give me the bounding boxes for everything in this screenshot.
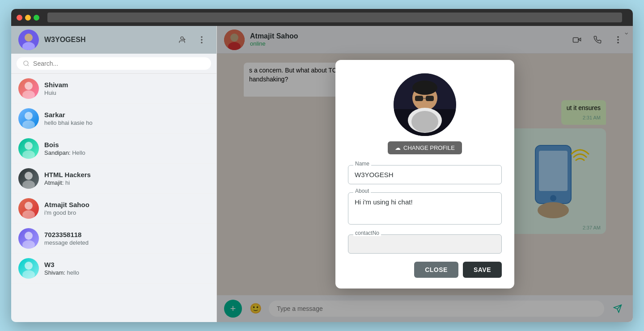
contact-item-atmajit[interactable]: Atmajit Sahoo i'm good bro bbox=[11, 194, 216, 224]
contact-preview: Huiu bbox=[44, 89, 209, 96]
modal-overlay: ☁ CHANGE PROFILE Name About contactNo bbox=[217, 26, 633, 322]
svg-point-7 bbox=[201, 39, 203, 41]
svg-point-15 bbox=[25, 112, 33, 120]
search-icon bbox=[23, 60, 30, 67]
contact-name: 7023358118 bbox=[44, 231, 209, 238]
contact-item-shivam[interactable]: Shivam Huiu bbox=[11, 74, 216, 104]
svg-point-8 bbox=[201, 42, 203, 44]
contact-input[interactable] bbox=[348, 234, 502, 254]
svg-point-24 bbox=[25, 202, 33, 210]
close-button[interactable]: CLOSE bbox=[414, 262, 458, 278]
about-input[interactable] bbox=[348, 192, 502, 225]
svg-point-30 bbox=[25, 262, 33, 270]
contact-preview: i'm good bro bbox=[44, 209, 209, 216]
contact-avatar bbox=[18, 138, 39, 159]
contact-avatar bbox=[18, 258, 39, 279]
sidebar: W3YOGESH bbox=[11, 26, 217, 322]
change-profile-btn[interactable]: ☁ CHANGE PROFILE bbox=[388, 141, 462, 154]
sidebar-header-left: W3YOGESH bbox=[18, 30, 85, 50]
about-label: About bbox=[353, 188, 371, 194]
contact-item-w3[interactable]: W3 Shivam: hello bbox=[11, 254, 216, 284]
chat-area: Atmajit Sahoo online bbox=[217, 26, 633, 322]
contact-preview: Sandipan: Hello bbox=[44, 149, 209, 156]
mac-maximize-btn[interactable] bbox=[34, 15, 39, 21]
modal-actions: CLOSE SAVE bbox=[348, 262, 502, 278]
svg-point-21 bbox=[25, 172, 33, 180]
contact-info: Sarkar hello bhai kasie ho bbox=[44, 111, 209, 126]
svg-point-6 bbox=[201, 36, 203, 38]
modal-avatar bbox=[394, 73, 456, 136]
svg-point-27 bbox=[25, 232, 33, 240]
mac-close-btn[interactable] bbox=[17, 15, 22, 21]
save-button[interactable]: SAVE bbox=[463, 262, 502, 278]
contact-avatar bbox=[18, 108, 39, 129]
upload-icon: ☁ bbox=[395, 144, 401, 151]
name-field: Name bbox=[348, 165, 502, 184]
svg-line-10 bbox=[27, 65, 29, 66]
contact-info: Bois Sandipan: Hello bbox=[44, 141, 209, 156]
contact-preview: Shivam: hello bbox=[44, 269, 209, 276]
svg-point-49 bbox=[412, 81, 437, 95]
search-input[interactable] bbox=[33, 60, 205, 67]
svg-point-9 bbox=[24, 61, 28, 65]
svg-rect-51 bbox=[426, 96, 434, 101]
contact-item-html-hackers[interactable]: HTML Hackers Atmajit: hi bbox=[11, 164, 216, 194]
contact-name: Sarkar bbox=[44, 111, 209, 119]
contact-info: Shivam Huiu bbox=[44, 81, 209, 96]
svg-point-54 bbox=[411, 111, 438, 132]
contact-item-sarkar[interactable]: Sarkar hello bhai kasie ho bbox=[11, 104, 216, 134]
mac-urlbar bbox=[47, 13, 622, 22]
contact-preview: Atmajit: hi bbox=[44, 179, 209, 186]
contact-info: Atmajit Sahoo i'm good bro bbox=[44, 201, 209, 216]
mac-minimize-btn[interactable] bbox=[25, 15, 31, 21]
add-contact-btn[interactable] bbox=[174, 32, 190, 47]
search-input-wrap bbox=[17, 57, 211, 70]
contact-item-bois[interactable]: Bois Sandipan: Hello bbox=[11, 134, 216, 164]
sidebar-username: W3YOGESH bbox=[44, 36, 85, 44]
sidebar-more-btn[interactable] bbox=[194, 32, 209, 47]
name-input[interactable] bbox=[348, 165, 502, 184]
contact-avatar bbox=[18, 228, 39, 249]
contact-label: contactNo bbox=[353, 230, 381, 236]
contact-info: W3 Shivam: hello bbox=[44, 261, 209, 276]
contact-preview: message deleted bbox=[44, 239, 209, 246]
contact-avatar bbox=[18, 198, 39, 219]
contact-preview: hello bhai kasie ho bbox=[44, 119, 209, 126]
search-bar bbox=[11, 54, 216, 74]
contact-avatar bbox=[18, 168, 39, 189]
svg-point-1 bbox=[25, 34, 33, 42]
contact-avatar bbox=[18, 78, 39, 99]
mac-titlebar bbox=[11, 9, 633, 26]
contact-name: HTML Hackers bbox=[44, 171, 209, 178]
svg-rect-50 bbox=[415, 96, 423, 101]
contact-list: Shivam Huiu Sarkar hello bhai kasie ho bbox=[11, 74, 216, 322]
contact-name: Bois bbox=[44, 141, 209, 149]
sidebar-header: W3YOGESH bbox=[11, 26, 216, 54]
contact-name: W3 bbox=[44, 261, 209, 268]
contact-name: Shivam bbox=[44, 81, 209, 89]
app-container: W3YOGESH bbox=[11, 26, 633, 322]
contact-field: contactNo bbox=[348, 234, 502, 254]
contact-item-7023[interactable]: 7023358118 message deleted bbox=[11, 224, 216, 254]
contact-info: HTML Hackers Atmajit: hi bbox=[44, 171, 209, 186]
edit-profile-modal: ☁ CHANGE PROFILE Name About contactNo bbox=[335, 60, 514, 289]
contact-info: 7023358118 message deleted bbox=[44, 231, 209, 246]
svg-point-12 bbox=[25, 82, 33, 90]
profile-photo bbox=[394, 73, 456, 136]
sidebar-header-icons bbox=[174, 32, 209, 47]
svg-point-18 bbox=[25, 142, 33, 150]
mac-window: W3YOGESH bbox=[11, 9, 633, 322]
contact-name: Atmajit Sahoo bbox=[44, 201, 209, 208]
name-label: Name bbox=[353, 161, 371, 167]
modal-avatar-section: ☁ CHANGE PROFILE bbox=[348, 73, 502, 154]
change-profile-label: CHANGE PROFILE bbox=[403, 144, 455, 151]
own-avatar[interactable] bbox=[18, 30, 39, 50]
svg-point-3 bbox=[181, 37, 183, 39]
about-field: About bbox=[348, 192, 502, 226]
